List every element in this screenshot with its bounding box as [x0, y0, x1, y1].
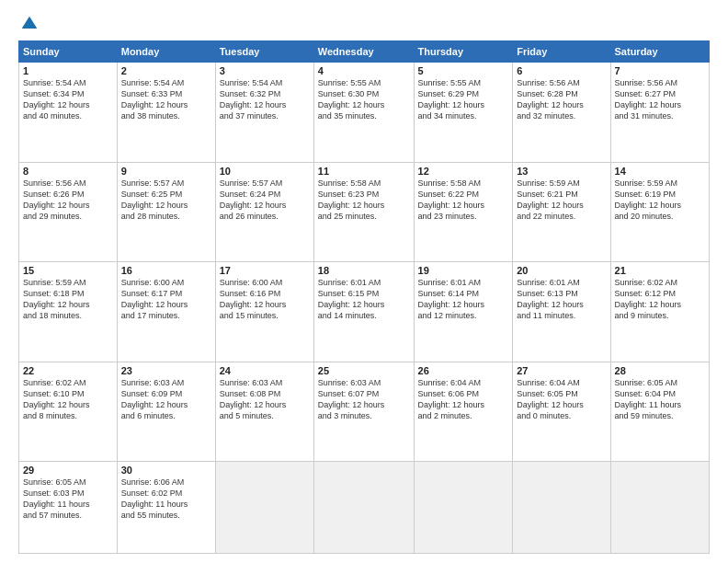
week-row-1: 1Sunrise: 5:54 AMSunset: 6:34 PMDaylight…	[19, 63, 710, 163]
day-info: Sunrise: 6:01 AMSunset: 6:15 PMDaylight:…	[318, 277, 410, 322]
day-info: Sunrise: 6:05 AMSunset: 6:04 PMDaylight:…	[615, 377, 705, 422]
day-number: 16	[121, 265, 211, 276]
day-cell: 23Sunrise: 6:03 AMSunset: 6:09 PMDayligh…	[117, 362, 215, 462]
header-row: SundayMondayTuesdayWednesdayThursdayFrid…	[19, 41, 710, 63]
header	[18, 15, 710, 33]
svg-marker-0	[22, 17, 38, 29]
day-cell: 21Sunrise: 6:02 AMSunset: 6:12 PMDayligh…	[610, 262, 709, 362]
day-cell: 3Sunrise: 5:54 AMSunset: 6:32 PMDaylight…	[215, 63, 313, 163]
day-info: Sunrise: 5:58 AMSunset: 6:22 PMDaylight:…	[418, 178, 509, 223]
day-cell: 26Sunrise: 6:04 AMSunset: 6:06 PMDayligh…	[414, 362, 513, 462]
day-cell: 15Sunrise: 5:59 AMSunset: 6:18 PMDayligh…	[19, 262, 118, 362]
day-number: 6	[517, 65, 606, 76]
day-info: Sunrise: 6:03 AMSunset: 6:08 PMDaylight:…	[220, 377, 310, 422]
week-row-3: 15Sunrise: 5:59 AMSunset: 6:18 PMDayligh…	[19, 262, 710, 362]
page: SundayMondayTuesdayWednesdayThursdayFrid…	[0, 0, 728, 563]
day-cell: 20Sunrise: 6:01 AMSunset: 6:13 PMDayligh…	[513, 262, 610, 362]
day-number: 22	[23, 365, 113, 376]
day-cell: 16Sunrise: 6:00 AMSunset: 6:17 PMDayligh…	[117, 262, 215, 362]
day-cell: 25Sunrise: 6:03 AMSunset: 6:07 PMDayligh…	[313, 362, 414, 462]
day-cell: 10Sunrise: 5:57 AMSunset: 6:24 PMDayligh…	[215, 162, 313, 262]
day-number: 18	[318, 265, 410, 276]
day-number: 14	[615, 166, 705, 177]
day-info: Sunrise: 5:56 AMSunset: 6:26 PMDaylight:…	[23, 178, 113, 223]
day-cell: 12Sunrise: 5:58 AMSunset: 6:22 PMDayligh…	[414, 162, 513, 262]
day-cell: 27Sunrise: 6:04 AMSunset: 6:05 PMDayligh…	[513, 362, 610, 462]
day-info: Sunrise: 5:56 AMSunset: 6:27 PMDaylight:…	[615, 77, 705, 122]
day-info: Sunrise: 5:54 AMSunset: 6:34 PMDaylight:…	[23, 77, 113, 122]
day-number: 5	[418, 65, 509, 76]
day-info: Sunrise: 6:01 AMSunset: 6:13 PMDaylight:…	[517, 277, 606, 322]
calendar-table: SundayMondayTuesdayWednesdayThursdayFrid…	[18, 40, 710, 554]
day-info: Sunrise: 5:58 AMSunset: 6:23 PMDaylight:…	[318, 178, 410, 223]
day-info: Sunrise: 6:05 AMSunset: 6:03 PMDaylight:…	[23, 477, 113, 522]
day-cell: 14Sunrise: 5:59 AMSunset: 6:19 PMDayligh…	[610, 162, 709, 262]
day-number: 11	[318, 166, 410, 177]
day-number: 9	[121, 166, 211, 177]
day-cell	[414, 462, 513, 554]
day-number: 21	[615, 265, 705, 276]
day-number: 24	[220, 365, 310, 376]
col-header-tuesday: Tuesday	[215, 41, 313, 63]
day-info: Sunrise: 6:03 AMSunset: 6:09 PMDaylight:…	[121, 377, 211, 422]
day-cell: 30Sunrise: 6:06 AMSunset: 6:02 PMDayligh…	[117, 462, 215, 554]
day-info: Sunrise: 6:01 AMSunset: 6:14 PMDaylight:…	[418, 277, 509, 322]
day-info: Sunrise: 5:54 AMSunset: 6:32 PMDaylight:…	[220, 77, 310, 122]
day-cell: 5Sunrise: 5:55 AMSunset: 6:29 PMDaylight…	[414, 63, 513, 163]
day-cell: 2Sunrise: 5:54 AMSunset: 6:33 PMDaylight…	[117, 63, 215, 163]
logo-icon	[20, 15, 39, 33]
day-cell: 1Sunrise: 5:54 AMSunset: 6:34 PMDaylight…	[19, 63, 118, 163]
day-cell: 13Sunrise: 5:59 AMSunset: 6:21 PMDayligh…	[513, 162, 610, 262]
col-header-monday: Monday	[117, 41, 215, 63]
day-cell: 29Sunrise: 6:05 AMSunset: 6:03 PMDayligh…	[19, 462, 118, 554]
day-cell: 8Sunrise: 5:56 AMSunset: 6:26 PMDaylight…	[19, 162, 118, 262]
day-info: Sunrise: 6:04 AMSunset: 6:05 PMDaylight:…	[517, 377, 606, 422]
day-number: 10	[220, 166, 310, 177]
day-number: 27	[517, 365, 606, 376]
day-number: 29	[23, 465, 113, 476]
day-info: Sunrise: 5:54 AMSunset: 6:33 PMDaylight:…	[121, 77, 211, 122]
day-cell: 28Sunrise: 6:05 AMSunset: 6:04 PMDayligh…	[610, 362, 709, 462]
day-cell: 4Sunrise: 5:55 AMSunset: 6:30 PMDaylight…	[313, 63, 414, 163]
day-number: 17	[220, 265, 310, 276]
day-cell: 22Sunrise: 6:02 AMSunset: 6:10 PMDayligh…	[19, 362, 118, 462]
day-number: 28	[615, 365, 705, 376]
day-info: Sunrise: 5:57 AMSunset: 6:24 PMDaylight:…	[220, 178, 310, 223]
day-number: 12	[418, 166, 509, 177]
day-info: Sunrise: 6:00 AMSunset: 6:16 PMDaylight:…	[220, 277, 310, 322]
week-row-4: 22Sunrise: 6:02 AMSunset: 6:10 PMDayligh…	[19, 362, 710, 462]
day-cell: 9Sunrise: 5:57 AMSunset: 6:25 PMDaylight…	[117, 162, 215, 262]
col-header-wednesday: Wednesday	[313, 41, 414, 63]
day-info: Sunrise: 5:59 AMSunset: 6:19 PMDaylight:…	[615, 178, 705, 223]
day-number: 23	[121, 365, 211, 376]
day-number: 25	[318, 365, 410, 376]
day-info: Sunrise: 6:02 AMSunset: 6:12 PMDaylight:…	[615, 277, 705, 322]
col-header-saturday: Saturday	[610, 41, 709, 63]
day-info: Sunrise: 5:55 AMSunset: 6:30 PMDaylight:…	[318, 77, 410, 122]
day-info: Sunrise: 5:59 AMSunset: 6:21 PMDaylight:…	[517, 178, 606, 223]
day-cell: 7Sunrise: 5:56 AMSunset: 6:27 PMDaylight…	[610, 63, 709, 163]
col-header-friday: Friday	[513, 41, 610, 63]
day-number: 4	[318, 65, 410, 76]
day-cell	[610, 462, 709, 554]
day-cell	[313, 462, 414, 554]
day-info: Sunrise: 6:00 AMSunset: 6:17 PMDaylight:…	[121, 277, 211, 322]
day-number: 15	[23, 265, 113, 276]
day-number: 7	[615, 65, 705, 76]
day-info: Sunrise: 5:59 AMSunset: 6:18 PMDaylight:…	[23, 277, 113, 322]
day-info: Sunrise: 6:04 AMSunset: 6:06 PMDaylight:…	[418, 377, 509, 422]
day-number: 19	[418, 265, 509, 276]
day-cell: 11Sunrise: 5:58 AMSunset: 6:23 PMDayligh…	[313, 162, 414, 262]
day-info: Sunrise: 5:56 AMSunset: 6:28 PMDaylight:…	[517, 77, 606, 122]
logo	[18, 15, 39, 33]
col-header-thursday: Thursday	[414, 41, 513, 63]
day-number: 30	[121, 465, 211, 476]
day-cell: 6Sunrise: 5:56 AMSunset: 6:28 PMDaylight…	[513, 63, 610, 163]
day-cell	[215, 462, 313, 554]
day-cell	[513, 462, 610, 554]
day-cell: 19Sunrise: 6:01 AMSunset: 6:14 PMDayligh…	[414, 262, 513, 362]
day-info: Sunrise: 6:06 AMSunset: 6:02 PMDaylight:…	[121, 477, 211, 522]
day-number: 2	[121, 65, 211, 76]
day-number: 13	[517, 166, 606, 177]
day-cell: 18Sunrise: 6:01 AMSunset: 6:15 PMDayligh…	[313, 262, 414, 362]
